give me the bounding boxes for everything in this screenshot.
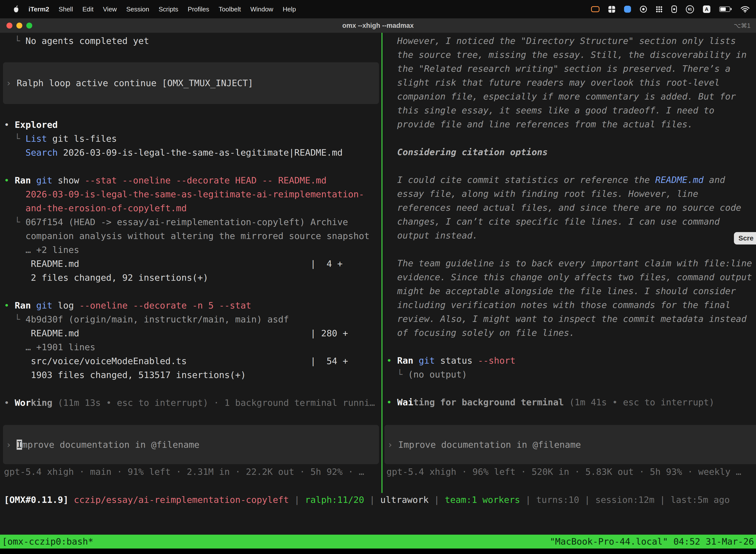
menu-iterm2[interactable]: iTerm2 (24, 5, 54, 13)
text-segment: last:5m ago (671, 495, 730, 505)
text-segment: Explored (15, 120, 58, 130)
text-segment (4, 231, 25, 241)
right-body-lines: However, I noticed the "Directory Struct… (382, 34, 756, 409)
text-segment: Ran (397, 355, 413, 366)
bottom-gap (0, 507, 756, 535)
text-segment: • (386, 355, 397, 366)
text-segment: › (6, 78, 17, 88)
text-segment: git ls-files (47, 133, 117, 144)
text-segment: • (4, 120, 15, 130)
wifi-icon[interactable] (741, 6, 750, 13)
text-segment: 1903 files changed, 513517 insertions(+) (4, 370, 246, 380)
left-pane[interactable]: └ No agents completed yet › Ralph loop a… (0, 33, 381, 493)
text-segment: --short (478, 355, 516, 366)
menu-profiles[interactable]: Profiles (183, 5, 214, 13)
right-prompt-input[interactable]: › Improve documentation in @filename (384, 425, 756, 464)
terminal-line: • Waiting for background terminal (1m 41… (382, 395, 756, 409)
terminal-line: README.md | 280 + (0, 326, 381, 340)
screen-recording-icon[interactable] (591, 6, 600, 12)
terminal-line: slight risk that future readers may over… (382, 76, 756, 90)
text-segment (386, 328, 397, 338)
menu-window[interactable]: Window (246, 5, 278, 13)
terminal-line: • Explored (0, 118, 381, 132)
terminal-line: … +2 lines (0, 243, 381, 257)
text-segment: ralph:11/20 (305, 495, 364, 505)
text-segment (386, 119, 397, 129)
left-top-lines: └ No agents completed yet (0, 34, 381, 62)
screen: iTerm2ShellEditViewSessionScriptsProfile… (0, 0, 756, 554)
text-segment: | (654, 495, 671, 505)
text-segment: … +1901 lines (25, 342, 96, 352)
menu-shell[interactable]: Shell (54, 5, 78, 13)
text-segment: · 1 background terminal runni… (208, 398, 375, 408)
text-segment: git (36, 300, 52, 311)
terminal-line (382, 159, 756, 173)
menubar-menus: iTerm2ShellEditViewSessionScriptsProfile… (0, 5, 301, 13)
dots-grid-icon[interactable] (656, 6, 663, 13)
text-segment (386, 105, 397, 115)
text-segment: README.md | 280 + (4, 328, 348, 338)
left-prompt-input[interactable]: › Improve documentation in @filename (3, 425, 379, 464)
terminal-line (0, 48, 381, 62)
text-segment: mprove documentation in @filename (22, 440, 199, 450)
text-segment: | (289, 495, 305, 505)
text-segment (386, 147, 397, 157)
text-segment: team:1 workers (445, 495, 520, 505)
text-segment (386, 272, 397, 282)
text-segment: src/voice/voiceModeEnabled.ts | 54 + (4, 356, 348, 366)
text-segment: show (52, 175, 84, 185)
terminal-line: the "Related research writing" section i… (382, 62, 756, 76)
terminal-line: of focusing solely on file lines. (382, 326, 756, 340)
text-segment (31, 175, 36, 185)
terminal-line: › Improve documentation in @filename (3, 440, 199, 450)
terminal-line: └ 067f154 (HEAD -> essay/ai-reimplementa… (0, 215, 381, 229)
menu-edit[interactable]: Edit (78, 5, 98, 13)
window-shortcut: ⌥⌘1 (734, 22, 751, 29)
terminal-line: … +1901 lines (0, 340, 381, 354)
gauge-icon[interactable]: 61 (686, 5, 694, 13)
input-source-label: A (705, 6, 708, 12)
text-segment: | (520, 495, 536, 505)
window-title: omx --xhigh --madmax (342, 22, 414, 30)
text-segment: slight risk that future readers may over… (397, 77, 719, 88)
text-segment: └ (4, 314, 25, 324)
terminal-line: └ List git ls-files (0, 132, 381, 146)
right-status-line: gpt-5.4 xhigh · 96% left · 520K in · 5.8… (386, 465, 756, 479)
text-segment (31, 300, 36, 311)
terminal-line (0, 285, 381, 298)
window-titlebar: omx --xhigh --madmax ⌥⌘1 (0, 18, 756, 33)
text-segment: • (386, 397, 397, 407)
text-segment: references need actual files, and since … (397, 203, 741, 213)
close-button[interactable] (6, 22, 12, 29)
keyhole-app-icon[interactable] (672, 5, 677, 13)
apple-menu-icon[interactable] (8, 5, 24, 13)
zoom-button[interactable] (26, 22, 32, 29)
battery-icon[interactable] (719, 6, 730, 12)
terminal-line: Search 2026-03-09-is-legal-the-same-as-l… (0, 146, 381, 160)
circle-app-icon[interactable] (640, 6, 647, 13)
menu-help[interactable]: Help (278, 5, 301, 13)
text-segment: (no output) (408, 369, 467, 380)
terminal-line: output instead. (382, 229, 756, 242)
gauge-value: 61 (688, 7, 692, 11)
text-segment: › (387, 440, 398, 450)
right-pane[interactable]: However, I noticed the "Directory Struct… (382, 33, 756, 493)
text-segment: Ran (15, 175, 31, 185)
menu-view[interactable]: View (98, 5, 122, 13)
text-segment: king (31, 398, 52, 408)
text-segment: README.md | 4 + (4, 259, 342, 269)
blue-app-icon[interactable] (624, 6, 631, 13)
menu-scripts[interactable]: Scripts (154, 5, 183, 13)
terminal-window: └ No agents completed yet › Ralph loop a… (0, 33, 756, 554)
terminal-line (382, 131, 756, 145)
menu-session[interactable]: Session (122, 5, 154, 13)
text-segment: might be acceptable alongside the file l… (397, 286, 736, 296)
text-segment: git (36, 175, 52, 185)
minimize-button[interactable] (16, 22, 22, 29)
input-source-icon[interactable]: A (703, 5, 710, 13)
menu-toolbelt[interactable]: Toolbelt (214, 5, 246, 13)
grid-app-icon[interactable] (609, 6, 615, 13)
text-segment: (11m 13s • esc to interrupt) (52, 398, 208, 408)
terminal-line: the source tree, missing the essay. Stil… (382, 48, 756, 62)
text-segment: including verification notes with those … (397, 300, 731, 310)
